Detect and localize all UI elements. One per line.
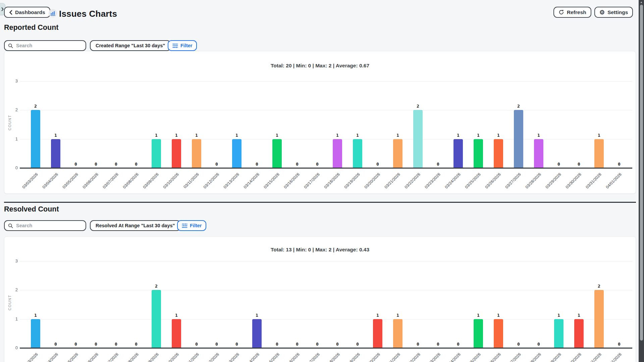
bar[interactable] <box>514 110 523 168</box>
gridline <box>20 110 632 110</box>
x-tick-label: 03/30/2026 <box>565 172 582 189</box>
bar[interactable] <box>31 110 40 168</box>
bar-value-label: 1 <box>550 313 567 318</box>
reported-search-field[interactable] <box>4 40 86 51</box>
bar[interactable] <box>152 290 161 348</box>
y-tick-label: 3 <box>10 78 18 83</box>
y-tick-label: 1 <box>10 136 18 141</box>
search-input[interactable] <box>15 43 83 49</box>
bar[interactable] <box>574 319 584 348</box>
x-tick-label: 03/24/2026 <box>444 172 462 189</box>
bar[interactable] <box>373 319 382 348</box>
settings-button[interactable]: ⚙ Settings <box>594 7 633 18</box>
created-range-button[interactable]: Created Range "Last 30 days" <box>90 40 171 51</box>
search-input[interactable] <box>15 223 83 229</box>
bar-value-label: 0 <box>269 342 285 347</box>
bar[interactable] <box>232 139 241 168</box>
x-tick-label: 03/09/2026 <box>142 172 160 189</box>
bar-value-label: 0 <box>430 342 446 347</box>
bar-value-label: 1 <box>490 313 507 318</box>
bar-value-label: 0 <box>571 162 587 167</box>
bar[interactable] <box>494 139 503 168</box>
refresh-button[interactable]: Refresh <box>553 7 591 18</box>
x-tick-label: 03/09/2026 <box>142 352 160 362</box>
x-tick-label: 03/23/2026 <box>424 172 441 189</box>
section-divider <box>4 202 636 203</box>
bar[interactable] <box>554 319 564 348</box>
scroll-up-arrow-icon[interactable]: ▲ <box>639 0 644 4</box>
x-tick-label: 03/04/2026 <box>42 172 59 189</box>
bar[interactable] <box>393 139 402 168</box>
bar[interactable] <box>413 110 423 168</box>
bar-value-label: 0 <box>108 162 124 167</box>
bar[interactable] <box>51 139 60 168</box>
bar[interactable] <box>152 139 161 168</box>
x-tick-label: 03/26/2026 <box>484 352 502 362</box>
page-title: Issues Charts <box>59 9 117 19</box>
chart-stats: Total: 13 | Min: 0 | Max: 2 | Average: 0… <box>4 247 636 253</box>
bar-value-label: 1 <box>389 133 406 138</box>
bar-value-label: 0 <box>208 162 225 167</box>
bar-value-label: 0 <box>309 162 326 167</box>
x-tick-label: 03/19/2026 <box>343 352 361 362</box>
bar-value-label: 0 <box>349 342 366 347</box>
sliders-icon <box>172 43 178 48</box>
x-tick-label: 03/18/2026 <box>323 352 341 362</box>
search-icon <box>8 223 13 228</box>
x-tick-label: 03/17/2026 <box>303 352 321 362</box>
filter-button[interactable]: Filter <box>177 220 206 231</box>
filter-button[interactable]: Filter <box>168 40 197 51</box>
x-tick-label: 03/12/2026 <box>203 172 220 189</box>
chevron-left-icon <box>9 10 12 15</box>
bar[interactable] <box>453 139 463 168</box>
x-tick-label: 03/17/2026 <box>303 172 321 189</box>
bar[interactable] <box>192 139 201 168</box>
gridline <box>20 81 632 81</box>
bar[interactable] <box>594 139 604 168</box>
bar[interactable] <box>31 319 40 348</box>
bar-value-label: 1 <box>349 133 366 138</box>
bar-value-label: 0 <box>108 342 124 347</box>
bar[interactable] <box>172 319 181 348</box>
x-tick-label: 03/11/2026 <box>182 172 200 189</box>
bar-value-label: 0 <box>88 342 104 347</box>
x-tick-label: 03/27/2026 <box>504 352 522 362</box>
x-tick-label: 03/03/2026 <box>21 352 39 362</box>
bar-value-label: 0 <box>530 342 547 347</box>
bar-value-label: 0 <box>47 342 64 347</box>
bar[interactable] <box>594 290 604 348</box>
bar-value-label: 0 <box>208 342 225 347</box>
x-tick-label: 03/15/2026 <box>263 172 280 189</box>
gear-icon: ⚙ <box>599 9 605 15</box>
bar-value-label: 0 <box>329 342 346 347</box>
bar-value-label: 0 <box>289 162 306 167</box>
settings-button-label: Settings <box>607 9 628 15</box>
bar[interactable] <box>534 139 543 168</box>
bar-value-label: 1 <box>27 313 44 318</box>
bar[interactable] <box>272 139 282 168</box>
gridline <box>20 261 632 261</box>
bar-value-label: 1 <box>228 133 245 138</box>
y-tick-label: 3 <box>10 258 18 263</box>
bar-value-label: 0 <box>289 342 306 347</box>
bar[interactable] <box>474 139 483 168</box>
resolved-search-field[interactable] <box>4 220 86 231</box>
bar[interactable] <box>494 319 503 348</box>
bar[interactable] <box>353 139 362 168</box>
y-tick-label: 2 <box>10 287 18 292</box>
bar[interactable] <box>333 139 342 168</box>
x-tick-label: 03/10/2026 <box>162 172 180 189</box>
vertical-scrollbar[interactable]: ▲ <box>639 0 644 362</box>
resolved-at-range-button[interactable]: Resolved At Range "Last 30 days" <box>90 220 180 231</box>
scrollbar-thumb[interactable] <box>640 5 643 341</box>
bar[interactable] <box>393 319 402 348</box>
x-tick-label: 03/11/2026 <box>182 352 200 362</box>
bar-value-label: 0 <box>369 162 386 167</box>
bar[interactable] <box>252 319 262 348</box>
chart-stats: Total: 20 | Min: 0 | Max: 2 | Average: 0… <box>4 63 636 69</box>
bar-chart-icon <box>49 9 57 17</box>
bar-value-label: 0 <box>510 342 527 347</box>
bar[interactable] <box>172 139 181 168</box>
dashboards-back-button[interactable]: Dashboards <box>4 7 50 18</box>
bar[interactable] <box>474 319 483 348</box>
